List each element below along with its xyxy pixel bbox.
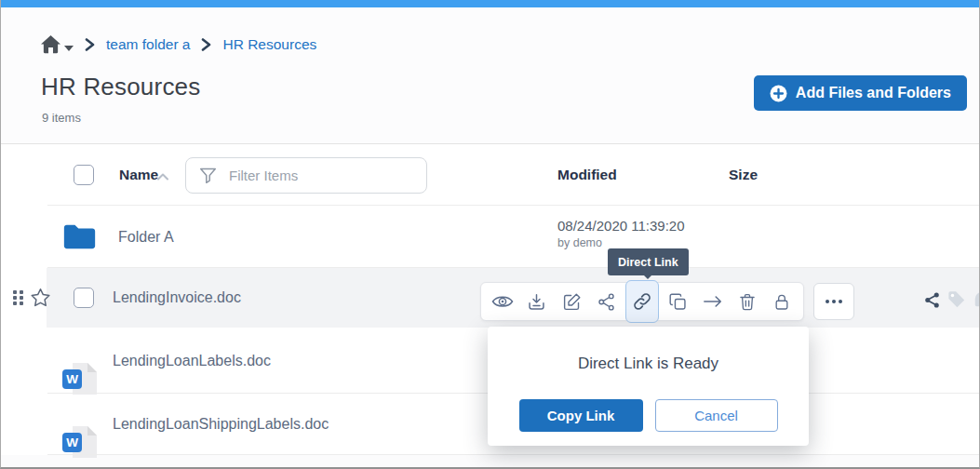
- page-title: HR Resources: [41, 73, 200, 101]
- table-header-row: Name Modified Size: [1, 144, 979, 206]
- direct-link-ready-dialog: Direct Link is Ready Copy Link Cancel: [488, 327, 809, 446]
- breadcrumb-item-team-folder-a[interactable]: team folder a: [106, 36, 190, 53]
- row-checkbox[interactable]: [74, 288, 94, 308]
- breadcrumb-chevron-icon: [84, 38, 96, 51]
- home-dropdown-caret-icon[interactable]: [64, 46, 74, 54]
- direct-link-tooltip: Direct Link: [608, 248, 689, 275]
- filter-items-field: [185, 157, 427, 194]
- more-actions-button[interactable]: [813, 283, 854, 320]
- page-header: team folder a HR Resources HR Resources …: [1, 7, 979, 144]
- delete-trash-icon[interactable]: [732, 286, 763, 317]
- row-name-label[interactable]: LendingInvoice.doc: [113, 289, 241, 306]
- tag-icon[interactable]: [947, 290, 966, 309]
- download-icon[interactable]: [521, 286, 553, 317]
- modified-date: 08/24/2020 11:39:20: [557, 218, 685, 234]
- add-files-label: Add Files and Folders: [796, 85, 951, 101]
- lock-icon[interactable]: [766, 286, 798, 317]
- breadcrumb: team folder a HR Resources: [40, 34, 316, 54]
- row-status-icons: [923, 290, 980, 309]
- footer-strip: [1, 455, 979, 468]
- home-icon: [40, 34, 61, 54]
- add-files-and-folders-button[interactable]: Add Files and Folders: [754, 75, 967, 111]
- row-divider: [47, 454, 979, 455]
- direct-link-icon[interactable]: [625, 280, 659, 323]
- column-header-name[interactable]: Name: [119, 167, 158, 183]
- filter-funnel-icon: [199, 167, 217, 188]
- comment-icon-partial[interactable]: [973, 290, 980, 309]
- row-name-label[interactable]: LendingLoanShippingLabels.doc: [113, 416, 329, 433]
- copy-link-button[interactable]: Copy Link: [519, 399, 643, 432]
- favorite-star-icon[interactable]: [30, 288, 51, 308]
- row-action-toolbar: [480, 282, 804, 321]
- row-modified-cell: 08/24/2020 11:39:20 by demo: [557, 218, 685, 249]
- edit-icon[interactable]: [556, 286, 587, 317]
- cancel-button[interactable]: Cancel: [655, 399, 778, 432]
- modified-by: by demo: [557, 236, 685, 249]
- dialog-title: Direct Link is Ready: [488, 355, 809, 373]
- table-row-folder-a[interactable]: Folder A 08/24/2020 11:39:20 by demo: [1, 206, 979, 268]
- plus-circle-icon: [770, 85, 787, 102]
- file-manager-window: team folder a HR Resources HR Resources …: [0, 0, 980, 469]
- breadcrumb-item-hr-resources[interactable]: HR Resources: [222, 36, 316, 53]
- filter-items-input[interactable]: [185, 157, 427, 194]
- copy-icon[interactable]: [662, 286, 693, 317]
- folder-icon: [62, 221, 97, 253]
- column-header-size[interactable]: Size: [729, 167, 758, 183]
- word-badge: W: [62, 369, 82, 389]
- tooltip-label: Direct Link: [618, 256, 678, 269]
- column-header-modified[interactable]: Modified: [557, 167, 617, 183]
- breadcrumb-home-button[interactable]: [40, 34, 74, 54]
- share-icon[interactable]: [591, 286, 623, 317]
- row-name-label[interactable]: LendingLoanLabels.doc: [113, 353, 271, 369]
- item-count: 9 items: [42, 111, 81, 125]
- preview-eye-icon[interactable]: [487, 286, 518, 317]
- word-badge: W: [62, 433, 82, 452]
- move-arrow-icon[interactable]: [697, 286, 729, 317]
- sort-ascending-icon[interactable]: [156, 168, 169, 185]
- shared-status-icon[interactable]: [923, 291, 941, 309]
- top-accent-bar: [1, 0, 979, 7]
- drag-handle-icon[interactable]: [13, 290, 24, 305]
- select-all-checkbox[interactable]: [74, 165, 94, 185]
- breadcrumb-chevron-icon: [200, 38, 212, 51]
- row-name-label[interactable]: Folder A: [118, 229, 174, 246]
